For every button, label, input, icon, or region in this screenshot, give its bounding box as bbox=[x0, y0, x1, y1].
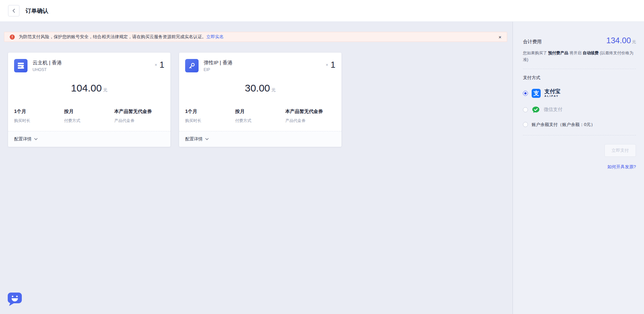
invoice-help-link[interactable]: 如何开具发票? bbox=[607, 164, 636, 169]
chevron-left-icon bbox=[12, 9, 15, 13]
field-billing: 按月 付费方式 bbox=[235, 109, 285, 124]
chat-smiley-icon bbox=[7, 291, 23, 307]
balance-name: 账户余额支付（账户余额：0元） bbox=[532, 122, 595, 128]
field-label: 购买时长 bbox=[14, 118, 64, 124]
order-card: 云主机 | 香港 UHOST × 1 104.00元 1个月 bbox=[8, 53, 170, 147]
times-icon: × bbox=[155, 62, 157, 67]
field-label: 购买时长 bbox=[185, 118, 235, 124]
payment-method-balance[interactable]: 账户余额支付（账户余额：0元） bbox=[523, 122, 636, 128]
config-details-label: 配置详情 bbox=[14, 136, 32, 142]
field-coupon: 本产品暂无代金券 产品代金券 bbox=[285, 109, 335, 124]
top-bar: 订单确认 bbox=[0, 0, 644, 22]
alert-message: 为防范支付风险，保护您的账号安全，结合相关法律规定，请在购买云服务资源前完成实名… bbox=[19, 34, 206, 40]
alipay-subtitle: ALIPAY bbox=[544, 95, 560, 98]
chat-widget-button[interactable] bbox=[7, 291, 23, 308]
total-label: 合计费用 bbox=[523, 39, 542, 45]
summary-panel: 合计费用 134.00元 您如果购买了 预付费产品 将开启 自动续费 (以最终支… bbox=[513, 22, 644, 314]
radio-wechat[interactable] bbox=[523, 107, 528, 112]
field-duration: 1个月 购买时长 bbox=[185, 109, 235, 124]
quantity: × 1 bbox=[326, 59, 335, 70]
config-details-label: 配置详情 bbox=[185, 136, 203, 142]
main-area: ! 为防范支付风险，保护您的账号安全，结合相关法律规定，请在购买云服务资源前完成… bbox=[0, 22, 513, 314]
pay-now-button[interactable]: 立即支付 bbox=[604, 144, 636, 157]
price-unit: 元 bbox=[271, 87, 276, 92]
order-card: 弹性IP | 香港 EIP × 1 30.00元 1个月 bbox=[179, 53, 341, 147]
times-icon: × bbox=[326, 62, 328, 67]
quantity: × 1 bbox=[155, 59, 164, 70]
config-details-toggle[interactable]: 配置详情 bbox=[179, 131, 341, 147]
radio-alipay[interactable] bbox=[523, 91, 528, 96]
payment-method-label: 支付方式 bbox=[523, 75, 636, 81]
field-billing: 按月 付费方式 bbox=[64, 109, 114, 124]
alipay-name: 支付宝 bbox=[544, 89, 560, 94]
field-value: 按月 bbox=[64, 109, 114, 115]
field-value: 本产品暂无代金券 bbox=[114, 109, 164, 115]
uhost-icon bbox=[14, 59, 28, 72]
radio-balance[interactable] bbox=[523, 122, 528, 127]
field-value: 1个月 bbox=[185, 109, 235, 115]
price-unit: 元 bbox=[103, 87, 107, 92]
field-label: 付费方式 bbox=[64, 118, 114, 124]
wechat-icon bbox=[532, 106, 540, 114]
field-label: 产品代金券 bbox=[285, 118, 335, 124]
divider bbox=[523, 135, 636, 135]
product-title: 云主机 | 香港 bbox=[33, 60, 62, 66]
field-label: 产品代金券 bbox=[114, 118, 164, 124]
product-subtitle: EIP bbox=[204, 67, 232, 72]
back-button[interactable] bbox=[8, 5, 19, 16]
alert-banner: ! 为防范支付风险，保护您的账号安全，结合相关法律规定，请在购买云服务资源前完成… bbox=[4, 32, 507, 42]
field-value: 本产品暂无代金券 bbox=[285, 109, 335, 115]
wechat-name: 微信支付 bbox=[544, 107, 562, 113]
field-label: 付费方式 bbox=[235, 118, 285, 124]
price-value: 30.00 bbox=[245, 82, 270, 93]
close-icon[interactable]: × bbox=[498, 35, 501, 40]
total-unit: 元 bbox=[632, 40, 636, 44]
eip-icon bbox=[185, 59, 199, 72]
renewal-note: 您如果购买了 预付费产品 将开启 自动续费 (以最终支付价格为准) bbox=[523, 50, 636, 63]
verify-now-link[interactable]: 立即实名 bbox=[206, 34, 224, 40]
total-value: 134.00 bbox=[606, 36, 631, 45]
chevron-down-icon bbox=[34, 138, 38, 140]
alipay-icon: 支 bbox=[532, 89, 541, 98]
field-duration: 1个月 购买时长 bbox=[14, 109, 64, 124]
payment-method-wechat[interactable]: 微信支付 bbox=[523, 106, 636, 114]
page-title: 订单确认 bbox=[25, 7, 48, 15]
chevron-down-icon bbox=[205, 138, 209, 140]
order-card-list: 云主机 | 香港 UHOST × 1 104.00元 1个月 bbox=[8, 53, 507, 147]
field-coupon: 本产品暂无代金券 产品代金券 bbox=[114, 109, 164, 124]
config-details-toggle[interactable]: 配置详情 bbox=[8, 131, 170, 147]
product-subtitle: UHOST bbox=[33, 67, 62, 72]
payment-method-alipay[interactable]: 支 支付宝 ALIPAY bbox=[523, 89, 636, 98]
price-value: 104.00 bbox=[71, 82, 102, 93]
quantity-value: 1 bbox=[160, 60, 164, 70]
field-value: 按月 bbox=[235, 109, 285, 115]
quantity-value: 1 bbox=[331, 60, 335, 70]
field-value: 1个月 bbox=[14, 109, 64, 115]
product-title: 弹性IP | 香港 bbox=[204, 60, 232, 66]
warning-icon: ! bbox=[10, 35, 15, 40]
divider bbox=[523, 69, 636, 69]
